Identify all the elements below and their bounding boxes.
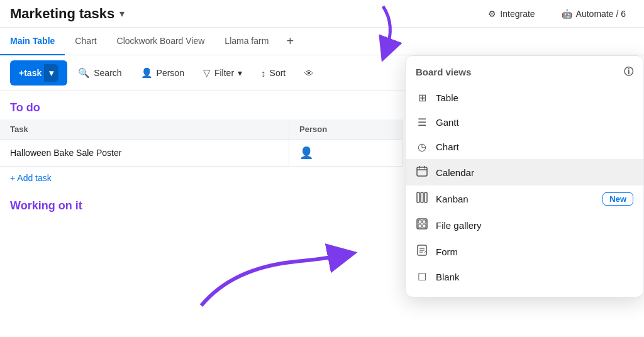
view-kanban[interactable]: Kanban New [406, 185, 643, 212]
person-button[interactable]: 👤 Person [133, 63, 192, 83]
svg-rect-11 [423, 224, 426, 228]
table-row: Halloween Bake Sale Poster 👤 [0, 140, 402, 167]
tab-bar: Main Table Chart Clockwork Board View Ll… [0, 28, 644, 55]
view-gantt[interactable]: ☰ Gantt [406, 110, 643, 135]
svg-rect-4 [417, 192, 419, 202]
board-views-panel: Board views ⓘ ⊞ Table ☰ Gantt ◷ Chart Ca… [405, 55, 644, 297]
col-task: Task [0, 119, 289, 140]
sort-button[interactable]: ↕ Sort [253, 64, 294, 83]
tab-add-button[interactable]: + [279, 28, 301, 55]
integrate-label: Integrate [500, 9, 535, 19]
tab-clockwork[interactable]: Clockwork Board View [107, 28, 215, 55]
calendar-icon [416, 165, 428, 179]
svg-rect-5 [421, 192, 423, 202]
automate-icon: 🤖 [562, 9, 572, 19]
svg-rect-8 [418, 220, 421, 223]
top-bar: Marketing tasks ▾ ⚙ Integrate 🤖 Automate… [0, 0, 644, 28]
automate-label: Automate / 6 [576, 9, 626, 19]
sort-icon: ↕ [261, 68, 266, 79]
section-working-header: Working on it [0, 189, 402, 218]
integrate-icon: ⚙ [488, 9, 496, 19]
col-person: Person [289, 119, 402, 140]
table-icon: ⊞ [416, 92, 428, 104]
person-icon: 👤 [141, 67, 153, 79]
automate-button[interactable]: 🤖 Automate / 6 [553, 4, 634, 23]
view-blank[interactable]: ☐ Blank [406, 265, 643, 289]
kanban-icon [416, 192, 428, 206]
view-chart[interactable]: ◷ Chart [406, 135, 643, 159]
integrate-button[interactable]: ⚙ Integrate [480, 4, 543, 23]
board-views-header: Board views ⓘ [406, 64, 643, 86]
svg-rect-10 [418, 224, 421, 228]
filter-caret: ▾ [238, 68, 242, 78]
view-form[interactable]: Form [406, 238, 643, 265]
top-bar-left: Marketing tasks ▾ [10, 6, 125, 22]
task-table-todo: Task Person Halloween Bake Sale Poster 👤 [0, 119, 402, 167]
search-icon: 🔍 [78, 67, 90, 79]
svg-rect-9 [423, 220, 426, 223]
view-calendar[interactable]: Calendar [406, 159, 643, 185]
tab-main-table[interactable]: Main Table [0, 28, 65, 55]
eye-button[interactable]: 👁 [296, 64, 322, 83]
svg-rect-0 [417, 167, 427, 176]
eye-icon: 👁 [304, 68, 314, 79]
left-panel: To do Task Person Halloween Bake Sale Po… [0, 91, 402, 337]
chart-icon: ◷ [416, 141, 428, 153]
tab-llama[interactable]: Llama farm [214, 28, 279, 55]
title-dropdown-icon[interactable]: ▾ [119, 8, 125, 19]
section-todo-header: To do [0, 91, 402, 119]
blank-icon: ☐ [416, 271, 428, 283]
search-button[interactable]: 🔍 Search [70, 63, 130, 83]
top-bar-right: ⚙ Integrate 🤖 Automate / 6 [480, 4, 634, 23]
view-file-gallery[interactable]: File gallery [406, 212, 643, 238]
gantt-icon: ☰ [416, 116, 428, 128]
person-cell: 👤 [289, 140, 402, 167]
new-task-caret[interactable]: ▾ [44, 64, 58, 82]
page-title: Marketing tasks [10, 6, 114, 22]
form-icon [416, 245, 428, 258]
file-gallery-icon [416, 218, 428, 232]
view-table[interactable]: ⊞ Table [406, 86, 643, 110]
tab-chart[interactable]: Chart [65, 28, 106, 55]
new-task-button[interactable]: + task ▾ [10, 60, 67, 86]
svg-rect-6 [425, 192, 427, 202]
person-avatar: 👤 [299, 146, 313, 159]
new-badge: New [602, 192, 633, 206]
filter-button[interactable]: ▽ Filter ▾ [195, 63, 250, 83]
filter-icon: ▽ [203, 67, 211, 79]
info-icon: ⓘ [624, 66, 633, 78]
task-cell: Halloween Bake Sale Poster [0, 140, 289, 167]
add-task-button[interactable]: + Add task [0, 167, 402, 189]
